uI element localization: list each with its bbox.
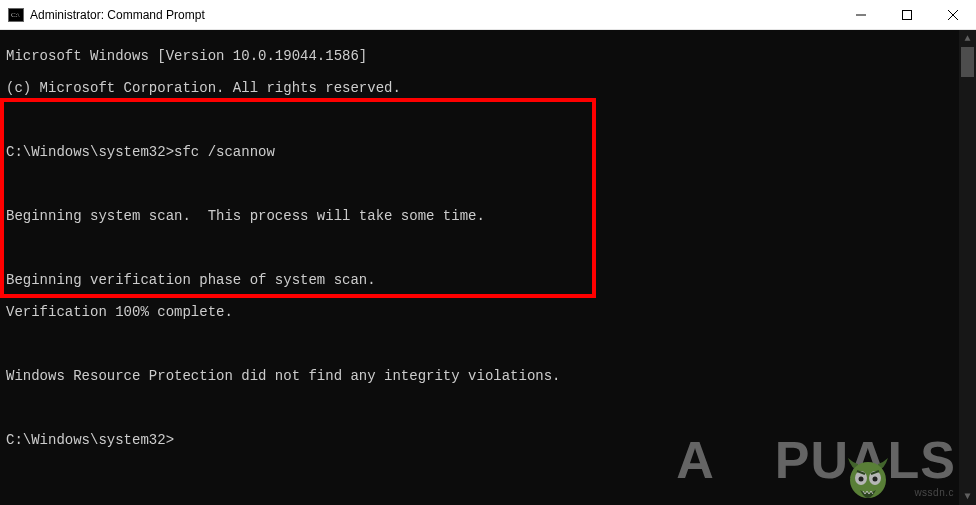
console-line: Beginning verification phase of system s… [6,272,976,288]
svg-point-10 [873,477,878,482]
cmd-window: C:\ Administrator: Command Prompt Micros… [0,0,976,505]
close-button[interactable] [930,0,976,30]
console-line [6,400,976,416]
minimize-button[interactable] [838,0,884,30]
watermark-logo: A PUALS [676,430,956,490]
sub-watermark: wssdn.c [914,485,954,501]
typed-command: sfc /scannow [174,144,275,160]
console-area[interactable]: Microsoft Windows [Version 10.0.19044.15… [0,30,976,505]
console-line: C:\Windows\system32>sfc /scannow [6,144,976,160]
scroll-thumb[interactable] [961,47,974,77]
console-line [6,112,976,128]
console-line [6,240,976,256]
annotation-highlight-box [0,98,596,298]
titlebar[interactable]: C:\ Administrator: Command Prompt [0,0,976,30]
console-line: Beginning system scan. This process will… [6,208,976,224]
cmd-icon: C:\ [8,7,24,23]
console-line [6,336,976,352]
svg-text:C:\: C:\ [11,11,20,19]
maximize-button[interactable] [884,0,930,30]
console-line: Windows Resource Protection did not find… [6,368,976,384]
console-line: Microsoft Windows [Version 10.0.19044.15… [6,48,976,64]
watermark-text-prefix: A [676,452,715,468]
scroll-up-button[interactable]: ▲ [959,30,976,47]
devil-mascot-icon [715,430,775,490]
svg-rect-3 [903,10,912,19]
svg-point-9 [859,477,864,482]
vertical-scrollbar[interactable]: ▲ ▼ [959,30,976,505]
console-line: Verification 100% complete. [6,304,976,320]
console-line [6,176,976,192]
window-title: Administrator: Command Prompt [30,8,205,22]
console-line: (c) Microsoft Corporation. All rights re… [6,80,976,96]
prompt-path: C:\Windows\system32> [6,144,174,160]
scroll-down-button[interactable]: ▼ [959,488,976,505]
